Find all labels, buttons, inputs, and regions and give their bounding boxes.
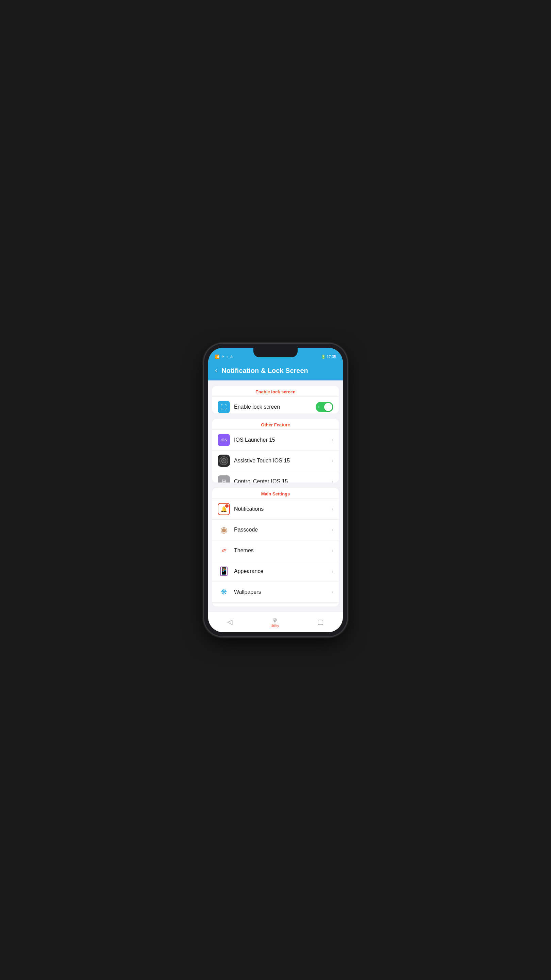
chevron-icon: › — [332, 458, 333, 464]
chevron-icon: › — [332, 568, 333, 574]
control-center-label: Control Center IOS 15 — [234, 479, 327, 483]
alert-icon: ⚠ — [230, 355, 233, 359]
chevron-icon: › — [332, 527, 333, 533]
control-symbol: ⊞ — [222, 478, 226, 482]
status-time: 17:35 — [327, 355, 336, 359]
notifications-label: Notifications — [234, 506, 327, 512]
chevron-icon: › — [332, 437, 333, 443]
pencil-symbol: ✏ — [220, 546, 227, 555]
toggle-knob — [324, 403, 332, 411]
fingerprint-symbol: ◉ — [221, 525, 227, 535]
screen-symbol: ⛶ — [221, 404, 227, 411]
appearance-row[interactable]: 📱 Appearance › — [212, 561, 339, 582]
flower-symbol: ❋ — [221, 588, 227, 597]
themes-icon: ✏ — [218, 544, 230, 557]
phone-frame: 📶 ✈ ↕ ⚠ 🔋 17:35 ‹ Notification & Lock Sc… — [204, 344, 347, 636]
chevron-icon: › — [332, 589, 333, 595]
nav-home-button[interactable]: ⌾ Utility — [271, 616, 279, 628]
chevron-icon: › — [332, 479, 333, 483]
control-center-icon: ⊞ — [218, 476, 230, 483]
passcode-row[interactable]: ◉ Passcode › — [212, 519, 339, 540]
ios-launcher-row[interactable]: iOS IOS Launcher 15 › — [212, 430, 339, 450]
wallpapers-row[interactable]: ❋ Wallpapers › — [212, 582, 339, 602]
ios-text: iOS — [221, 438, 227, 442]
assistive-touch-icon: ⊙ — [218, 455, 230, 467]
utility-label: Utility — [271, 624, 279, 628]
passcode-icon: ◉ — [218, 524, 230, 536]
home-nav-icon: ⌾ — [273, 616, 277, 624]
other-feature-header: Other Feature — [212, 419, 339, 430]
nav-recent-button[interactable]: ▢ — [318, 617, 324, 626]
content-area: Enable lock screen ⛶ Enable lock screen … — [208, 380, 343, 612]
sync-icon: ↕ — [226, 355, 228, 359]
notch — [253, 348, 298, 357]
page-title: Notification & Lock Screen — [221, 367, 308, 375]
main-settings-section: Main Settings 🔔 Notifications › ◉ Passco… — [212, 488, 339, 606]
nav-back-button[interactable]: ◁ — [227, 617, 232, 626]
themes-label: Themes — [234, 547, 327, 554]
notif-dot — [225, 504, 229, 508]
notifications-row[interactable]: 🔔 Notifications › — [212, 498, 339, 519]
enable-lock-label: Enable lock screen — [234, 404, 311, 410]
phone-screen: 📶 ✈ ↕ ⚠ 🔋 17:35 ‹ Notification & Lock Sc… — [208, 348, 343, 632]
chevron-icon: › — [332, 547, 333, 554]
control-center-row[interactable]: ⊞ Control Center IOS 15 › — [212, 471, 339, 483]
ios-launcher-icon: iOS — [218, 434, 230, 446]
battery-icon: 🔋 — [321, 355, 326, 359]
wallpapers-icon: ❋ — [218, 586, 230, 598]
chevron-icon: › — [332, 506, 333, 512]
back-button[interactable]: ‹ — [215, 366, 218, 375]
airplane-icon: ✈ — [221, 355, 224, 359]
main-settings-header: Main Settings — [212, 488, 339, 498]
wifi-icon: 📶 — [215, 355, 220, 359]
appearance-icon: 📱 — [218, 565, 230, 578]
enable-lock-row[interactable]: ⛶ Enable lock screen I — [212, 396, 339, 414]
enable-lock-section: Enable lock screen ⛶ Enable lock screen … — [212, 386, 339, 414]
lock-screen-icon: ⛶ — [218, 401, 230, 413]
battery-status: 🔋 17:35 — [321, 355, 336, 359]
enable-lock-header: Enable lock screen — [212, 386, 339, 396]
touch-circle: ⊙ — [219, 456, 228, 465]
appearance-label: Appearance — [234, 568, 327, 574]
ios-launcher-label: IOS Launcher 15 — [234, 437, 327, 443]
assistive-touch-row[interactable]: ⊙ Assistive Touch IOS 15 › — [212, 450, 339, 471]
passcode-label: Passcode — [234, 527, 327, 533]
assistive-touch-label: Assistive Touch IOS 15 — [234, 458, 327, 464]
bottom-nav: ◁ ⌾ Utility ▢ — [208, 612, 343, 632]
recent-nav-icon: ▢ — [318, 617, 324, 626]
themes-row[interactable]: ✏ Themes › — [212, 540, 339, 561]
page-header: ‹ Notification & Lock Screen — [208, 363, 343, 380]
phone-outline: 📱 — [220, 566, 227, 576]
back-nav-icon: ◁ — [227, 617, 232, 626]
notifications-icon: 🔔 — [218, 503, 230, 515]
disable-lock-row[interactable]: ⚙ Disable system lock screen › — [212, 602, 339, 606]
wallpapers-label: Wallpapers — [234, 589, 327, 595]
other-feature-section: Other Feature iOS IOS Launcher 15 › ⊙ As… — [212, 419, 339, 483]
status-icons: 📶 ✈ ↕ ⚠ — [215, 355, 233, 359]
enable-lock-toggle[interactable]: I — [316, 402, 333, 412]
toggle-i-label: I — [318, 405, 319, 409]
